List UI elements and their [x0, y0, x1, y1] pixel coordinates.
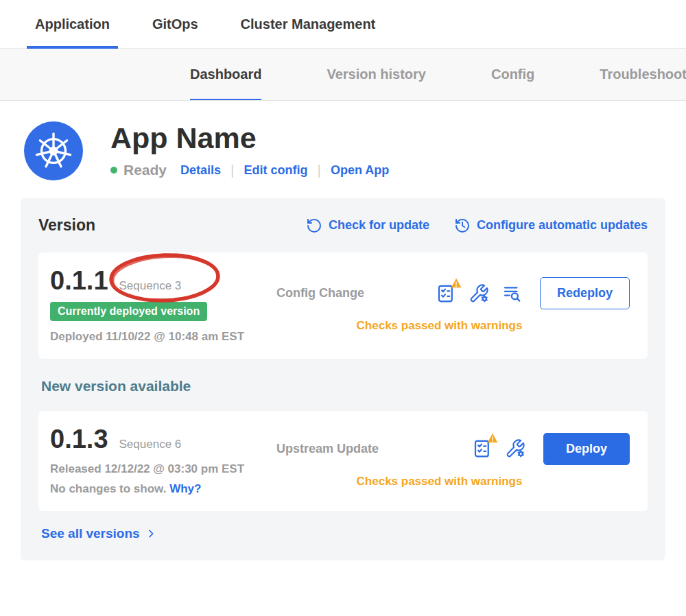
warning-triangle-icon	[487, 433, 498, 443]
top-nav-item-gitops[interactable]: GitOps	[148, 0, 202, 48]
checks-status-text: Checks passed with warnings	[276, 475, 630, 488]
details-link[interactable]: Details	[180, 163, 221, 178]
new-version-available-heading: New version available	[41, 378, 648, 394]
kubernetes-logo-icon	[24, 121, 83, 180]
tab-troubleshoot[interactable]: Troubleshoot	[600, 49, 686, 100]
top-nav-item-application[interactable]: Application	[31, 0, 114, 48]
open-app-link[interactable]: Open App	[331, 163, 389, 178]
clock-refresh-icon	[454, 217, 471, 234]
ready-status-label: Ready	[123, 162, 167, 178]
link-separator: |	[230, 162, 234, 178]
see-all-versions-label: See all versions	[41, 526, 140, 541]
configure-automatic-updates-label: Configure automatic updates	[477, 218, 648, 233]
app-header-text: App Name Ready Details | Edit config | O…	[110, 121, 389, 178]
current-version-box: 0.1.1 Sequence 3 Currently deployed vers…	[38, 252, 648, 359]
current-version-actions: Config Change	[276, 266, 630, 344]
preflight-checks-icon[interactable]	[436, 283, 456, 304]
tab-dashboard[interactable]: Dashboard	[190, 49, 261, 100]
check-for-update-label: Check for update	[329, 218, 429, 233]
current-version-action-row: Config Change	[276, 277, 630, 309]
check-for-update-button[interactable]: Check for update	[306, 217, 429, 234]
version-card-header: Version Check for update Configure autom…	[38, 216, 648, 235]
new-version-box: 0.1.3 Sequence 6 Released 12/12/22 @ 03:…	[38, 411, 648, 511]
current-version-number: 0.1.1	[50, 266, 108, 296]
change-type-label: Upstream Update	[276, 442, 407, 456]
deploy-button[interactable]: Deploy	[543, 433, 630, 465]
page-title: App Name	[110, 123, 389, 154]
wrench-gear-icon	[469, 283, 489, 304]
no-changes-line: No changes to show. Why?	[50, 482, 276, 496]
chevron-right-icon	[145, 528, 156, 539]
new-version-action-row: Upstream Update	[276, 433, 630, 465]
current-version-sequence: Sequence 3	[119, 279, 182, 293]
edit-config-link[interactable]: Edit config	[244, 163, 308, 178]
new-version-sequence: Sequence 6	[119, 438, 182, 451]
new-version-line: 0.1.3 Sequence 6	[50, 425, 276, 454]
version-card-actions: Check for update Configure automatic upd…	[306, 217, 648, 234]
tab-version-history[interactable]: Version history	[327, 49, 426, 100]
new-version-info: 0.1.3 Sequence 6 Released 12/12/22 @ 03:…	[50, 425, 276, 496]
app-sub-navigation: Dashboard Version history Config Trouble…	[0, 49, 686, 101]
released-date: Released 12/12/22 @ 03:30 pm EST	[50, 462, 276, 476]
configure-automatic-updates-button[interactable]: Configure automatic updates	[454, 217, 648, 234]
deployed-date: Deployed 11/10/22 @ 10:48 am EST	[50, 330, 276, 344]
wrench-gear-icon	[505, 438, 525, 459]
currently-deployed-badge: Currently deployed version	[50, 302, 207, 321]
app-header: App Name Ready Details | Edit config | O…	[0, 101, 686, 180]
link-separator: |	[318, 162, 321, 178]
current-version-info: 0.1.1 Sequence 3 Currently deployed vers…	[50, 266, 276, 344]
preflight-checks-icon[interactable]	[472, 438, 493, 459]
ready-status-dot-icon	[110, 167, 117, 174]
tab-config[interactable]: Config	[491, 49, 534, 100]
top-nav-item-cluster-management[interactable]: Cluster Management	[237, 0, 380, 48]
current-version-line: 0.1.1 Sequence 3	[50, 266, 276, 296]
config-wrench-icon[interactable]	[469, 283, 489, 304]
warning-triangle-icon	[451, 278, 462, 288]
no-changes-text: No changes to show.	[50, 482, 166, 495]
version-check-icons	[472, 438, 525, 459]
config-wrench-icon[interactable]	[505, 438, 525, 459]
version-check-icons	[436, 283, 522, 304]
why-link[interactable]: Why?	[169, 482, 201, 495]
checks-status-text: Checks passed with warnings	[276, 319, 630, 333]
view-files-icon[interactable]	[501, 283, 522, 304]
refresh-icon	[306, 217, 322, 234]
change-type-label: Config Change	[276, 286, 407, 300]
helm-wheel-icon	[32, 130, 75, 172]
new-version-actions: Upstream Update	[276, 425, 630, 496]
see-all-versions-link[interactable]: See all versions	[41, 526, 156, 541]
redeploy-button[interactable]: Redeploy	[540, 277, 630, 309]
new-version-number: 0.1.3	[50, 425, 108, 454]
top-navigation: Application GitOps Cluster Management	[0, 0, 686, 49]
version-card: Version Check for update Configure autom…	[21, 198, 665, 560]
version-card-title: Version	[38, 216, 95, 235]
file-search-icon	[501, 283, 522, 304]
app-meta-row: Ready Details | Edit config | Open App	[110, 162, 389, 178]
